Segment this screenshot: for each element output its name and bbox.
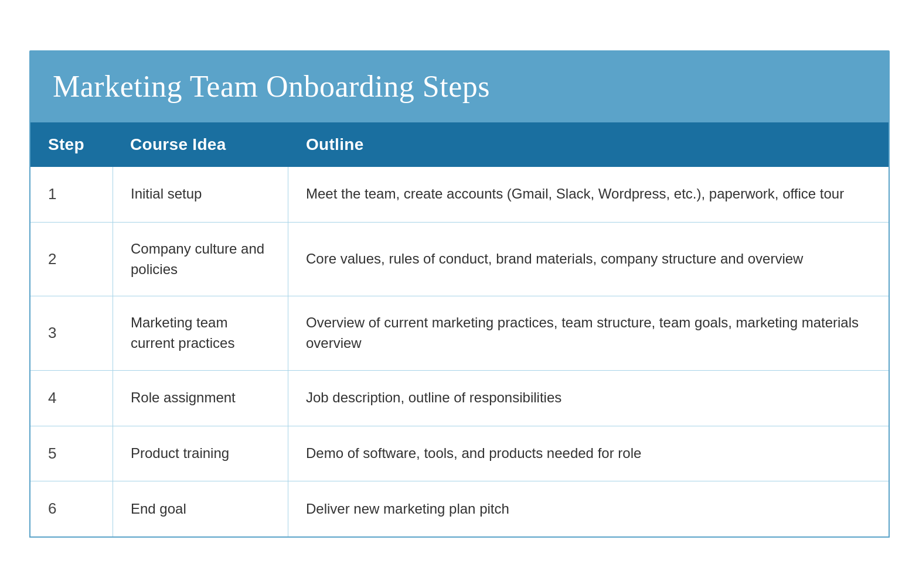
table-body: 1Initial setupMeet the team, create acco… — [30, 167, 889, 536]
table-header: Step Course Idea Outline — [30, 122, 889, 167]
cell-step: 3 — [30, 296, 113, 370]
table-row: 3Marketing team current practicesOvervie… — [30, 296, 889, 371]
cell-step: 5 — [30, 426, 113, 481]
table-row: 5Product trainingDemo of software, tools… — [30, 426, 889, 482]
cell-step: 2 — [30, 223, 113, 296]
cell-course: Product training — [113, 426, 288, 481]
cell-outline: Overview of current marketing practices,… — [288, 296, 889, 370]
table-row: 2Company culture and policiesCore values… — [30, 223, 889, 297]
cell-outline: Meet the team, create accounts (Gmail, S… — [288, 167, 889, 222]
cell-course: Marketing team current practices — [113, 296, 288, 370]
title-bar: Marketing Team Onboarding Steps — [29, 50, 890, 122]
header-outline: Outline — [288, 122, 889, 167]
table-row: 4Role assignmentJob description, outline… — [30, 371, 889, 426]
cell-outline: Demo of software, tools, and products ne… — [288, 426, 889, 481]
cell-course: Role assignment — [113, 371, 288, 426]
header-step: Step — [30, 122, 113, 167]
cell-course: End goal — [113, 481, 288, 536]
page-title: Marketing Team Onboarding Steps — [53, 69, 866, 104]
cell-step: 1 — [30, 167, 113, 222]
header-course: Course Idea — [113, 122, 288, 167]
table-row: 6End goalDeliver new marketing plan pitc… — [30, 481, 889, 536]
cell-course: Initial setup — [113, 167, 288, 222]
cell-course: Company culture and policies — [113, 223, 288, 296]
cell-outline: Core values, rules of conduct, brand mat… — [288, 223, 889, 296]
cell-step: 4 — [30, 371, 113, 426]
cell-outline: Deliver new marketing plan pitch — [288, 481, 889, 536]
page-container: Marketing Team Onboarding Steps Step Cou… — [29, 50, 890, 538]
cell-outline: Job description, outline of responsibili… — [288, 371, 889, 426]
cell-step: 6 — [30, 481, 113, 536]
table-wrapper: Step Course Idea Outline 1Initial setupM… — [29, 122, 890, 538]
table-row: 1Initial setupMeet the team, create acco… — [30, 167, 889, 223]
